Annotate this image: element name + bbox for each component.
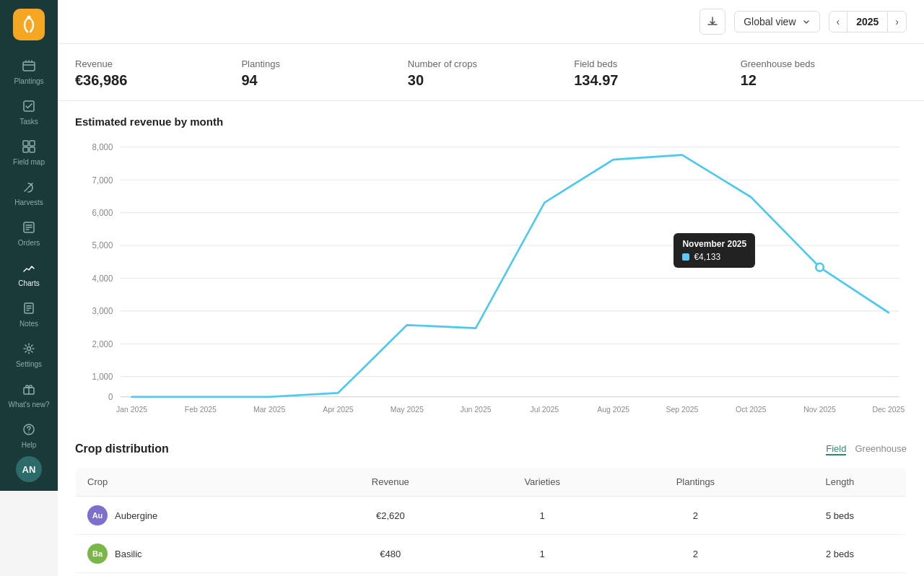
crop-avatar: Ba <box>87 544 108 564</box>
tab-greenhouse[interactable]: Greenhouse <box>855 443 907 455</box>
stat-field-beds-label: Field beds <box>574 58 740 69</box>
stat-revenue-value: €36,986 <box>75 72 241 89</box>
sidebar-item-label: Orders <box>18 239 40 247</box>
revenue-chart: 0 1,000 2,000 3,000 4,000 5,000 6,000 7,… <box>75 139 907 428</box>
crop-name: Aubergine <box>115 510 157 521</box>
sidebar-item-field-map[interactable]: Field map <box>0 133 58 173</box>
svg-text:Aug 2025: Aug 2025 <box>597 405 629 414</box>
stat-greenhouse-beds-label: Greenhouse beds <box>741 58 907 69</box>
tab-field[interactable]: Field <box>826 443 846 455</box>
crop-length: 2 beds <box>774 535 907 573</box>
sidebar-item-settings[interactable]: Settings <box>0 335 58 375</box>
stat-plantings: Plantings 94 <box>241 58 407 89</box>
harvests-icon <box>22 180 35 196</box>
svg-text:5,000: 5,000 <box>92 240 113 250</box>
notes-icon <box>22 302 35 317</box>
sidebar-item-label: What's new? <box>9 401 50 409</box>
table-row: ? <box>76 573 907 577</box>
svg-text:6,000: 6,000 <box>92 208 113 217</box>
sidebar: Plantings Tasks Field map <box>0 0 58 576</box>
crop-varieties: 1 <box>468 535 617 573</box>
svg-text:3,000: 3,000 <box>92 306 113 315</box>
topbar: Global view ‹ 2025 › <box>58 0 924 44</box>
sidebar-item-label: Plantings <box>14 77 43 85</box>
sidebar-item-label: Help <box>22 441 37 449</box>
svg-point-16 <box>27 347 31 351</box>
crop-plantings: 2 <box>617 497 774 535</box>
sidebar-item-label: Charts <box>18 279 39 287</box>
stat-revenue: Revenue €36,986 <box>75 58 241 89</box>
chart-container[interactable]: 0 1,000 2,000 3,000 4,000 5,000 6,000 7,… <box>75 139 907 428</box>
table-header-row: Crop Revenue Varieties Plantings Length <box>76 468 907 497</box>
stat-crops-label: Number of crops <box>408 58 574 69</box>
svg-rect-7 <box>30 147 35 152</box>
view-selector[interactable]: Global view <box>734 11 819 32</box>
svg-rect-4 <box>23 141 28 146</box>
year-navigator: ‹ 2025 › <box>829 11 907 32</box>
svg-rect-1 <box>23 62 35 71</box>
svg-point-39 <box>816 263 823 271</box>
svg-text:8,000: 8,000 <box>92 142 113 152</box>
stat-field-beds: Field beds 134.97 <box>574 58 740 89</box>
charts-icon <box>22 261 35 276</box>
stat-plantings-value: 94 <box>241 72 407 89</box>
year-label: 2025 <box>847 12 888 32</box>
table-row: Ba Basilic €480 1 2 2 beds <box>76 535 907 573</box>
sidebar-item-orders[interactable]: Orders <box>0 214 58 254</box>
stat-plantings-label: Plantings <box>241 58 407 69</box>
svg-text:Nov 2025: Nov 2025 <box>803 405 836 414</box>
svg-text:7,000: 7,000 <box>92 175 113 184</box>
svg-text:May 2025: May 2025 <box>391 405 424 414</box>
chart-section: Estimated revenue by month 0 1,000 2,000… <box>58 101 924 442</box>
app-logo <box>13 9 45 40</box>
sidebar-item-label: Settings <box>16 360 42 368</box>
gift-icon <box>22 383 35 398</box>
table-row: Au Aubergine €2,620 1 2 5 beds <box>76 497 907 535</box>
crop-plantings: 2 <box>617 535 774 573</box>
sidebar-item-harvests[interactable]: Harvests <box>0 173 58 214</box>
svg-text:Apr 2025: Apr 2025 <box>323 405 354 414</box>
svg-text:Jan 2025: Jan 2025 <box>116 405 147 414</box>
year-prev-button[interactable]: ‹ <box>829 12 847 32</box>
sidebar-item-help[interactable]: Help <box>0 416 58 456</box>
settings-icon <box>22 342 35 357</box>
stats-row: Revenue €36,986 Plantings 94 Number of c… <box>58 44 924 101</box>
sidebar-item-notes[interactable]: Notes <box>0 294 58 335</box>
crop-name-cell: Au Aubergine <box>76 497 314 535</box>
crop-name-cell: ? <box>76 573 314 577</box>
user-initials: AN <box>22 464 36 475</box>
crop-revenue: €480 <box>313 535 467 573</box>
svg-text:Sep 2025: Sep 2025 <box>666 405 699 414</box>
crop-varieties: 1 <box>468 497 617 535</box>
sidebar-item-whats-new[interactable]: What's new? <box>0 375 58 416</box>
chart-title: Estimated revenue by month <box>75 115 907 128</box>
svg-text:1,000: 1,000 <box>92 372 113 381</box>
sidebar-item-plantings[interactable]: Plantings <box>0 52 58 92</box>
year-next-button[interactable]: › <box>888 12 906 32</box>
download-button[interactable] <box>699 9 725 35</box>
col-plantings: Plantings <box>617 468 774 497</box>
svg-text:2,000: 2,000 <box>92 339 113 348</box>
view-label: Global view <box>744 16 796 27</box>
sidebar-item-charts[interactable]: Charts <box>0 254 58 294</box>
crop-distribution-tabs: Field Greenhouse <box>826 443 907 455</box>
sidebar-item-label: Harvests <box>14 198 43 206</box>
user-avatar[interactable]: AN <box>16 456 42 482</box>
stat-greenhouse-beds: Greenhouse beds 12 <box>741 58 907 89</box>
svg-text:Feb 2025: Feb 2025 <box>185 405 217 414</box>
svg-text:Jun 2025: Jun 2025 <box>461 405 492 414</box>
svg-rect-5 <box>30 141 35 146</box>
tasks-icon <box>22 100 35 115</box>
plantings-icon <box>22 59 35 74</box>
sidebar-item-tasks[interactable]: Tasks <box>0 92 58 133</box>
col-revenue: Revenue <box>313 468 467 497</box>
svg-text:Oct 2025: Oct 2025 <box>736 405 767 414</box>
col-crop: Crop <box>76 468 314 497</box>
svg-point-20 <box>28 432 30 433</box>
crop-name: Basilic <box>115 549 142 559</box>
stat-revenue-label: Revenue <box>75 58 241 69</box>
crop-avatar: Au <box>87 505 108 525</box>
sidebar-item-label: Tasks <box>19 118 38 126</box>
help-icon <box>22 423 35 438</box>
stat-crops-value: 30 <box>408 72 574 89</box>
